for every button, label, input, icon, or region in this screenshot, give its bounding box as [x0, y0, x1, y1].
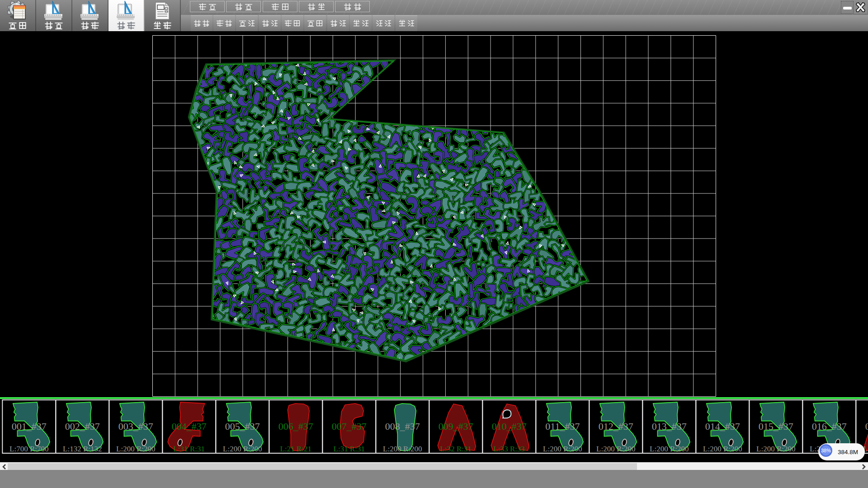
- svg-text:015_#37: 015_#37: [759, 421, 793, 432]
- svg-text:005_#37: 005_#37: [225, 421, 260, 432]
- svg-text:004_#37: 004_#37: [172, 421, 207, 432]
- svg-text:001_#37: 001_#37: [12, 421, 47, 432]
- svg-text:017_#37: 017_#37: [865, 421, 868, 432]
- svg-text:L:31 R:31: L:31 R:31: [334, 445, 365, 453]
- svg-text:L:700 R:700: L:700 R:700: [9, 445, 48, 453]
- svg-text:L:200 R:200: L:200 R:200: [596, 445, 635, 453]
- svg-text:014_#37: 014_#37: [705, 421, 740, 432]
- svg-text:L:200 R:200: L:200 R:200: [223, 445, 262, 453]
- svg-text:002_#37: 002_#37: [65, 421, 100, 432]
- svg-text:011_#37: 011_#37: [545, 421, 580, 432]
- svg-text:L:33 R:33: L:33 R:33: [494, 445, 525, 453]
- svg-text:010_#37: 010_#37: [492, 421, 527, 432]
- svg-text:003_#37: 003_#37: [118, 421, 153, 432]
- svg-text:L:132 R:132: L:132 R:132: [63, 445, 102, 453]
- svg-text:L:200 R:200: L:200 R:200: [116, 445, 155, 453]
- svg-text:007_#37: 007_#37: [332, 421, 367, 432]
- svg-text:006_#37: 006_#37: [278, 421, 313, 432]
- svg-text:L:21 R:21: L:21 R:21: [280, 445, 311, 453]
- svg-text:008_#37: 008_#37: [385, 421, 420, 432]
- svg-text:L:200 R:200: L:200 R:200: [383, 445, 422, 453]
- svg-text:L:200 R:200: L:200 R:200: [703, 445, 742, 453]
- svg-text:013_#37: 013_#37: [652, 421, 687, 432]
- svg-text:L:31 R:31: L:31 R:31: [174, 445, 205, 453]
- svg-text:012_#37: 012_#37: [599, 421, 633, 432]
- svg-text:L:200 R:200: L:200 R:200: [756, 445, 795, 453]
- svg-text:L:200 R:200: L:200 R:200: [650, 445, 689, 453]
- svg-text:016_#37: 016_#37: [812, 421, 847, 432]
- svg-text:009_#37: 009_#37: [439, 421, 473, 432]
- svg-text:L:32 R:31: L:32 R:31: [440, 445, 472, 453]
- svg-text:L:200 R:200: L:200 R:200: [543, 445, 582, 453]
